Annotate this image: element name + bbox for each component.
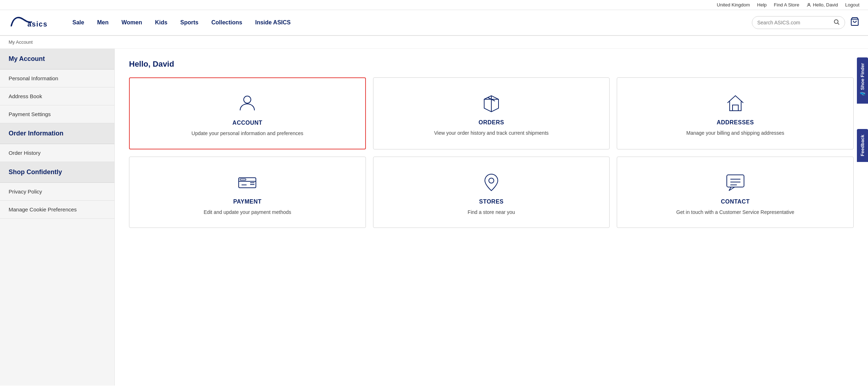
card-orders[interactable]: ORDERS View your order history and track… [373,77,610,149]
page-layout: My Account Personal Information Address … [0,49,868,386]
shoe-finder-icon: 👟 [860,92,865,98]
card-stores-desc: Find a store near you [468,209,515,216]
card-contact-desc: Get in touch with a Customer Service Rep… [676,209,794,216]
shoe-finder-label: Shoe Finder [860,63,865,90]
sidebar-item-address-book[interactable]: Address Book [0,87,114,105]
feedback-label: Feedback [860,135,865,156]
cards-grid: ACCOUNT Update your personal information… [129,77,854,228]
svg-point-13 [489,178,494,183]
payment-icon [237,171,258,193]
box-icon [481,92,502,114]
location-icon [481,171,502,193]
breadcrumb: My Account [0,36,868,49]
cart-button[interactable] [850,17,859,28]
find-store-link[interactable]: Find A Store [774,2,799,8]
nav-men[interactable]: Men [91,16,115,29]
logo-area[interactable]: asics [9,14,52,32]
sidebar-item-payment-settings[interactable]: Payment Settings [0,105,114,123]
nav-collections[interactable]: Collections [205,16,249,29]
search-icon [833,19,840,25]
card-contact[interactable]: CONTACT Get in touch with a Customer Ser… [617,157,854,228]
nav-inside-asics[interactable]: Inside ASICS [249,16,297,29]
sidebar-section-order-information[interactable]: Order Information [0,123,114,144]
card-stores-title: STORES [479,199,504,205]
sidebar-item-order-history[interactable]: Order History [0,144,114,162]
card-contact-title: CONTACT [721,199,750,205]
cart-icon [850,17,859,26]
nav-kids[interactable]: Kids [148,16,174,29]
sidebar-item-manage-cookie-preferences[interactable]: Manage Cookie Preferences [0,201,114,219]
page-greeting: Hello, David [129,59,854,69]
main-content: Hello, David ACCOUNT Update your persona… [115,49,868,386]
svg-rect-12 [240,179,246,180]
help-link[interactable]: Help [757,2,767,8]
main-nav: Sale Men Women Kids Sports Collections I… [66,16,752,29]
search-input[interactable] [757,20,833,25]
sidebar-section-shop-confidently[interactable]: Shop Confidently [0,162,114,183]
card-orders-desc: View your order history and track curren… [434,129,549,137]
search-bar-container [752,16,845,29]
nav-sale[interactable]: Sale [66,16,91,29]
feedback-tab[interactable]: Feedback [857,129,868,162]
card-account-desc: Update your personal information and pre… [191,130,303,137]
user-icon [806,3,811,8]
breadcrumb-text[interactable]: My Account [9,39,33,45]
sidebar-item-personal-information[interactable]: Personal Information [0,70,114,87]
svg-point-0 [808,3,810,5]
region-label[interactable]: United Kingdom [717,2,750,8]
sidebar-section-my-account[interactable]: My Account [0,49,114,70]
sidebar-item-privacy-policy[interactable]: Privacy Policy [0,183,114,201]
card-payment-desc: Edit and update your payment methods [204,209,291,216]
card-addresses-desc: Manage your billing and shipping address… [686,129,784,137]
home-icon [725,92,746,114]
site-header: asics Sale Men Women Kids Sports Collect… [0,10,868,36]
logout-button[interactable]: Logout [845,2,859,8]
shoe-finder-tab[interactable]: 👟 Shoe Finder [857,57,868,104]
card-stores[interactable]: STORES Find a store near you [373,157,610,228]
svg-rect-6 [733,105,738,111]
chat-icon [725,171,746,193]
nav-women[interactable]: Women [115,16,148,29]
person-icon [237,92,258,114]
user-greeting: Hello, David [806,2,838,8]
asics-logo[interactable]: asics [9,14,52,32]
card-orders-title: ORDERS [478,119,504,126]
card-addresses-title: ADDRESSES [717,119,754,126]
svg-text:asics: asics [28,20,48,28]
search-button[interactable] [833,19,840,27]
card-payment[interactable]: PAYMENT Edit and update your payment met… [129,157,366,228]
utility-bar: United Kingdom Help Find A Store Hello, … [0,0,868,10]
nav-sports[interactable]: Sports [174,16,205,29]
header-right [752,16,859,29]
card-addresses[interactable]: ADDRESSES Manage your billing and shippi… [617,77,854,149]
svg-point-2 [834,20,838,24]
card-account[interactable]: ACCOUNT Update your personal information… [129,77,366,149]
svg-line-3 [838,23,839,24]
card-payment-title: PAYMENT [233,199,262,205]
svg-point-5 [244,96,251,103]
card-account-title: ACCOUNT [233,120,263,126]
sidebar: My Account Personal Information Address … [0,49,115,386]
